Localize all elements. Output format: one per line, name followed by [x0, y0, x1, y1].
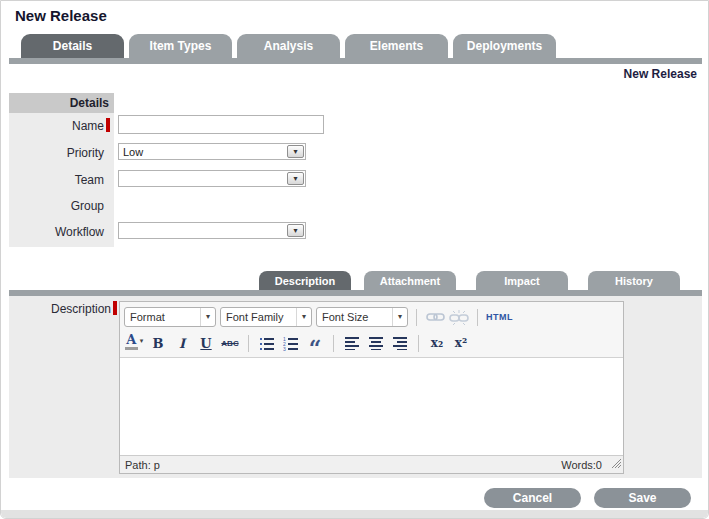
- cancel-button[interactable]: Cancel: [484, 488, 581, 508]
- tab-impact[interactable]: Impact: [476, 271, 568, 290]
- remove-link-button[interactable]: [449, 307, 469, 327]
- team-select[interactable]: ▾: [118, 170, 306, 187]
- name-required-marker: [106, 118, 110, 132]
- subscript-button[interactable]: x₂: [427, 333, 447, 353]
- tab-description[interactable]: Description: [259, 271, 351, 290]
- superscript-button[interactable]: x²: [451, 333, 471, 353]
- priority-select[interactable]: Low ▾: [118, 143, 306, 160]
- editor-toolbar: Format ▾ Font Family ▾ Font Size ▾: [120, 302, 623, 358]
- html-source-button[interactable]: HTML: [486, 312, 513, 322]
- toolbar-separator: [416, 309, 417, 326]
- main-tab-bar: [9, 58, 702, 64]
- toolbar-separator: [477, 309, 478, 326]
- unlink-icon: [449, 309, 469, 325]
- align-right-button[interactable]: [390, 333, 410, 353]
- resize-handle[interactable]: [611, 458, 622, 471]
- tab-item-types[interactable]: Item Types: [129, 34, 232, 58]
- description-required-marker: [113, 301, 117, 315]
- path-status: Path: p: [125, 459, 160, 471]
- align-right-icon: [392, 336, 408, 350]
- tab-analysis[interactable]: Analysis: [237, 34, 340, 58]
- save-button[interactable]: Save: [594, 488, 691, 508]
- group-label: Group: [9, 199, 104, 213]
- tab-deployments[interactable]: Deployments: [453, 34, 556, 58]
- name-label: Name: [9, 119, 104, 133]
- rich-text-editor: Format ▾ Font Family ▾ Font Size ▾: [119, 301, 624, 474]
- numbered-list-button[interactable]: 123: [281, 333, 301, 353]
- insert-link-button[interactable]: [425, 307, 445, 327]
- strikethrough-button[interactable]: ABC: [220, 333, 240, 353]
- chevron-down-icon: ▾: [200, 308, 215, 326]
- team-label: Team: [9, 173, 104, 187]
- new-release-window: New Release Details Item Types Analysis …: [0, 0, 709, 519]
- editor-text-area[interactable]: [120, 358, 623, 455]
- main-tab-strip: Details Item Types Analysis Elements Dep…: [21, 34, 556, 58]
- font-size-select-value: Font Size: [322, 311, 368, 323]
- chevron-down-icon: ▾: [392, 308, 407, 326]
- chevron-down-icon[interactable]: ▾: [287, 224, 304, 237]
- bullet-list-button[interactable]: [257, 333, 277, 353]
- format-select-value: Format: [130, 311, 165, 323]
- workflow-select[interactable]: ▾: [118, 222, 306, 239]
- priority-value: Low: [123, 145, 143, 159]
- workflow-label: Workflow: [9, 225, 104, 239]
- svg-text:3: 3: [283, 346, 286, 351]
- align-left-icon: [344, 336, 360, 350]
- underline-button[interactable]: U: [196, 333, 216, 353]
- page-title: New Release: [15, 7, 107, 24]
- toolbar-separator: [333, 335, 334, 352]
- details-section-header: Details: [9, 93, 114, 113]
- content-heading: New Release: [624, 67, 697, 81]
- priority-label: Priority: [9, 146, 104, 160]
- blockquote-button[interactable]: “: [305, 338, 325, 358]
- tab-attachment[interactable]: Attachment: [364, 271, 456, 290]
- italic-button[interactable]: I: [172, 333, 192, 353]
- format-select[interactable]: Format ▾: [124, 307, 216, 327]
- chevron-down-icon: ▾: [140, 337, 144, 345]
- bold-button[interactable]: B: [148, 333, 168, 353]
- text-color-button[interactable]: A ▾: [124, 333, 144, 353]
- text-color-letter: A: [126, 333, 136, 346]
- description-label: Description: [9, 302, 111, 316]
- font-size-select[interactable]: Font Size ▾: [316, 307, 408, 327]
- toolbar-separator: [418, 335, 419, 352]
- align-center-button[interactable]: [366, 333, 386, 353]
- toolbar-separator: [248, 335, 249, 352]
- chevron-down-icon: ▾: [296, 308, 311, 326]
- align-left-button[interactable]: [342, 333, 362, 353]
- chevron-down-icon[interactable]: ▾: [287, 145, 304, 158]
- tab-elements[interactable]: Elements: [345, 34, 448, 58]
- chevron-down-icon[interactable]: ▾: [287, 172, 304, 185]
- tab-details[interactable]: Details: [21, 34, 124, 58]
- numbered-list-icon: 123: [283, 335, 299, 351]
- font-family-select[interactable]: Font Family ▾: [220, 307, 312, 327]
- align-center-icon: [368, 336, 384, 350]
- tab-history[interactable]: History: [588, 271, 680, 290]
- link-icon: [426, 311, 445, 323]
- window-bottom-edge: [1, 510, 708, 518]
- color-swatch: [125, 347, 138, 350]
- bullet-list-icon: [259, 335, 275, 351]
- resize-grip-icon: [611, 458, 622, 469]
- word-count: Words:0: [561, 459, 602, 471]
- font-family-select-value: Font Family: [226, 311, 283, 323]
- editor-status-bar: Path: p Words:0: [120, 455, 623, 473]
- name-input[interactable]: [118, 115, 324, 134]
- details-label-column: [9, 93, 114, 247]
